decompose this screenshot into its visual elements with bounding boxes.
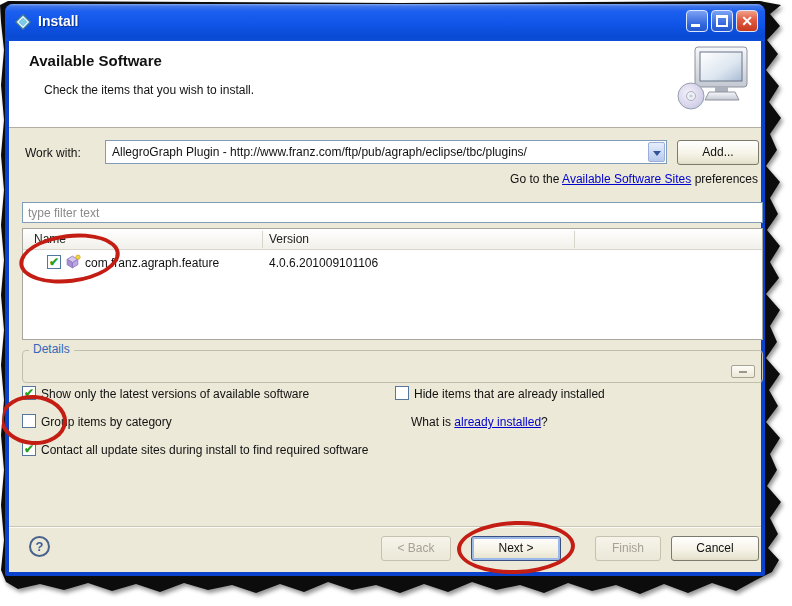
cancel-button[interactable]: Cancel: [671, 536, 759, 561]
filter-input[interactable]: [22, 202, 763, 223]
details-expand-button[interactable]: [731, 365, 755, 378]
contact-sites-label: Contact all update sites during install …: [41, 443, 369, 457]
hide-installed-label: Hide items that are already installed: [414, 387, 605, 401]
work-with-combo[interactable]: AllegroGraph Plugin - http://www.franz.c…: [105, 140, 667, 164]
window-title: Install: [38, 13, 78, 29]
install-software-icon: [675, 46, 749, 116]
software-table[interactable]: Name Version ✔ com.fra: [22, 228, 763, 340]
maximize-icon: [716, 15, 728, 27]
column-divider[interactable]: [262, 231, 263, 248]
show-latest-label: Show only the latest versions of availab…: [41, 387, 309, 401]
minimize-button[interactable]: [686, 10, 708, 32]
what-is-installed-line: What is already installed?: [411, 415, 548, 429]
button-bar-divider: [9, 526, 761, 528]
work-with-value: AllegroGraph Plugin - http://www.franz.c…: [112, 145, 644, 159]
screenshot-torn-frame: Install ✕ Available Software Check the i…: [0, 0, 792, 606]
column-header-version[interactable]: Version: [269, 232, 309, 246]
finish-button: Finish: [595, 536, 661, 561]
install-diamond-icon: [15, 14, 31, 34]
close-button[interactable]: ✕: [736, 10, 758, 32]
details-label: Details: [29, 342, 74, 356]
available-software-sites-link[interactable]: Available Software Sites: [562, 172, 691, 186]
maximize-button[interactable]: [711, 10, 733, 32]
add-button[interactable]: Add...: [677, 140, 759, 165]
page-title: Available Software: [29, 52, 162, 69]
wizard-banner: Available Software Check the items that …: [9, 41, 761, 128]
torn-edge: Install ✕ Available Software Check the i…: [0, 0, 784, 596]
install-dialog: Install ✕ Available Software Check the i…: [5, 4, 765, 576]
page-subtitle: Check the items that you wish to install…: [44, 83, 254, 97]
chevron-down-icon: [653, 151, 661, 156]
table-header[interactable]: Name Version: [23, 229, 762, 250]
sites-preferences-line: Go to the Available Software Sites prefe…: [510, 172, 758, 186]
column-divider[interactable]: [574, 231, 575, 248]
already-installed-link[interactable]: already installed: [454, 415, 541, 429]
back-button: < Back: [381, 536, 451, 561]
work-with-label: Work with:: [25, 146, 81, 160]
table-row[interactable]: ✔ com.franz.agraph.feature 4.0.6.2010091…: [23, 253, 762, 273]
combo-dropdown-button[interactable]: [648, 142, 665, 162]
help-button[interactable]: ?: [29, 536, 50, 557]
hide-installed-checkbox[interactable]: [395, 386, 409, 400]
dialog-content: Available Software Check the items that …: [9, 41, 761, 572]
question-mark-icon: ?: [36, 539, 44, 554]
close-icon: ✕: [741, 13, 753, 29]
details-group: [22, 350, 763, 383]
title-bar[interactable]: Install ✕: [5, 4, 765, 41]
minimize-icon: [691, 24, 700, 27]
feature-version-cell: 4.0.6.201009101106: [269, 256, 378, 270]
